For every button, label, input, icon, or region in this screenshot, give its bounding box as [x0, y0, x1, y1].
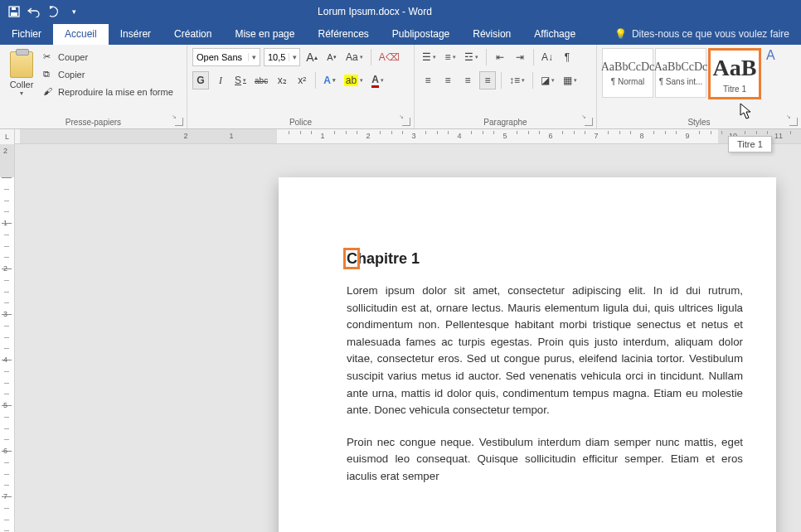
lightbulb-icon: 💡 — [614, 28, 627, 40]
quick-access-toolbar: ▾ — [0, 4, 81, 19]
decrease-font-icon[interactable]: A▾ — [323, 48, 340, 66]
style-title1[interactable]: AaBTitre 1 — [708, 48, 761, 99]
paste-button[interactable]: Coller ▾ — [5, 48, 38, 116]
horizontal-ruler[interactable]: L 123456789101121 — [0, 129, 801, 144]
vertical-ruler[interactable]: 123456782 — [0, 144, 15, 532]
format-painter-button[interactable]: 🖌Reproduire la mise en forme — [40, 85, 177, 99]
copy-label: Copier — [58, 70, 85, 80]
tell-me-label: Dites-nous ce que vous voulez faire — [632, 28, 789, 40]
line-spacing-button[interactable]: ↕≡▾ — [507, 71, 527, 89]
sort-button[interactable]: A↓ — [539, 48, 556, 66]
copy-icon: ⧉ — [43, 69, 55, 80]
svg-rect-1 — [11, 12, 17, 16]
font-color-button[interactable]: A▾ — [369, 71, 386, 89]
doc-heading[interactable]: Chapitre 1 — [347, 250, 420, 268]
clear-format-icon[interactable]: A⌫ — [376, 48, 402, 66]
paste-more-icon[interactable]: ▾ — [20, 89, 23, 97]
document-page[interactable]: Chapitre 1 Lorem ipsum dolor sit amet, c… — [279, 177, 776, 532]
document-canvas[interactable]: Chapitre 1 Lorem ipsum dolor sit amet, c… — [15, 144, 801, 532]
chevron-down-icon[interactable]: ▾ — [248, 53, 260, 61]
font-name-combo[interactable]: Open Sans▾ — [192, 48, 260, 66]
styles-launcher-icon[interactable] — [789, 118, 798, 126]
paragraph-launcher-icon[interactable] — [585, 118, 593, 126]
underline-button[interactable]: S▾ — [232, 71, 249, 89]
pilcrow-icon[interactable]: ¶ — [559, 48, 575, 66]
clipboard-launcher-icon[interactable] — [175, 118, 183, 126]
bullets-button[interactable]: ☰▾ — [420, 48, 439, 66]
increase-indent-icon[interactable]: ⇥ — [512, 48, 528, 66]
redo-icon[interactable] — [46, 4, 61, 19]
style-no-spacing[interactable]: AaBbCcDc¶ Sans int... — [655, 48, 706, 98]
doc-paragraph-2[interactable]: Proin nec congue neque. Vestibulum inter… — [347, 434, 743, 486]
style-normal[interactable]: AaBbCcDc¶ Normal — [602, 48, 653, 98]
highlight-button[interactable]: ab▾ — [342, 71, 366, 89]
group-font: Open Sans▾ 10,5▾ A▴ A▾ Aa▾ A⌫ G I S▾ abc… — [187, 45, 415, 128]
format-painter-label: Reproduire la mise en forme — [58, 87, 173, 97]
doc-paragraph-1[interactable]: Lorem ipsum dolor sit amet, consectetur … — [347, 283, 743, 419]
qat-more-icon[interactable]: ▾ — [66, 4, 81, 19]
window-title: Lorum Ipsum.docx - Word — [81, 6, 668, 17]
tab-home[interactable]: Accueil — [53, 24, 109, 45]
font-launcher-icon[interactable] — [402, 118, 410, 126]
numbering-button[interactable]: ≡▾ — [442, 48, 459, 66]
text-effects-button[interactable]: A▾ — [321, 71, 338, 89]
clipboard-paste-icon — [10, 51, 33, 78]
shading-button[interactable]: ◪▾ — [538, 71, 557, 89]
tab-design[interactable]: Création — [163, 24, 223, 45]
ribbon-tab-bar: Fichier Accueil Insérer Création Mise en… — [0, 23, 801, 45]
bold-button[interactable]: G — [192, 71, 209, 89]
align-center-icon[interactable]: ≡ — [439, 71, 456, 89]
justify-icon[interactable]: ≡ — [479, 71, 496, 89]
styles-more-icon[interactable]: A — [763, 48, 778, 116]
increase-font-icon[interactable]: A▴ — [303, 48, 320, 66]
group-styles-label: Styles — [597, 116, 801, 128]
tab-insert[interactable]: Insérer — [109, 24, 163, 45]
align-left-icon[interactable]: ≡ — [420, 71, 436, 89]
copy-button[interactable]: ⧉Copier — [40, 67, 177, 82]
mouse-cursor-icon — [740, 103, 755, 121]
group-styles: AaBbCcDc¶ Normal AaBbCcDc¶ Sans int... A… — [597, 45, 801, 128]
font-size-combo[interactable]: 10,5▾ — [264, 48, 300, 66]
tab-layout[interactable]: Mise en page — [223, 24, 306, 45]
tab-review[interactable]: Révision — [461, 24, 522, 45]
superscript-button[interactable]: x² — [294, 71, 310, 89]
group-paragraph: ☰▾ ≡▾ ☲▾ ⇤ ⇥ A↓ ¶ ≡ ≡ ≡ ≡ ↕≡▾ ◪▾ ▦▾ — [415, 45, 597, 128]
tell-me[interactable]: 💡 Dites-nous ce que vous voulez faire — [603, 24, 801, 45]
multilevel-button[interactable]: ☲▾ — [462, 48, 481, 66]
group-paragraph-label: Paragraphe — [415, 116, 596, 128]
ribbon: Coller ▾ ✂Couper ⧉Copier 🖌Reproduire la … — [0, 45, 801, 129]
borders-button[interactable]: ▦▾ — [561, 71, 580, 89]
group-clipboard-label: Presse-papiers — [0, 116, 187, 128]
text-cursor-highlight — [343, 248, 360, 269]
scissors-icon: ✂ — [43, 51, 55, 63]
tab-references[interactable]: Références — [306, 24, 380, 45]
align-right-icon[interactable]: ≡ — [459, 71, 476, 89]
svg-rect-2 — [12, 7, 16, 10]
tab-file[interactable]: Fichier — [0, 24, 53, 45]
undo-icon[interactable] — [27, 4, 41, 19]
strike-button[interactable]: abc — [252, 71, 270, 89]
title-bar: ▾ Lorum Ipsum.docx - Word — [0, 0, 801, 23]
tab-mailings[interactable]: Publipostage — [381, 24, 461, 45]
cut-label: Couper — [58, 52, 88, 62]
tab-view[interactable]: Affichage — [522, 24, 587, 45]
save-icon[interactable] — [7, 4, 22, 19]
group-font-label: Police — [187, 116, 414, 128]
group-clipboard: Coller ▾ ✂Couper ⧉Copier 🖌Reproduire la … — [0, 45, 187, 128]
change-case-button[interactable]: Aa▾ — [343, 48, 366, 66]
italic-button[interactable]: I — [212, 71, 229, 89]
ruler-corner[interactable]: L — [0, 129, 15, 144]
chevron-down-icon[interactable]: ▾ — [289, 53, 299, 61]
style-tooltip: Titre 1 — [728, 136, 772, 152]
subscript-button[interactable]: x₂ — [274, 71, 290, 89]
brush-icon: 🖌 — [43, 86, 55, 98]
paste-label: Coller — [10, 80, 34, 89]
cut-button[interactable]: ✂Couper — [40, 50, 177, 65]
decrease-indent-icon[interactable]: ⇤ — [492, 48, 508, 66]
